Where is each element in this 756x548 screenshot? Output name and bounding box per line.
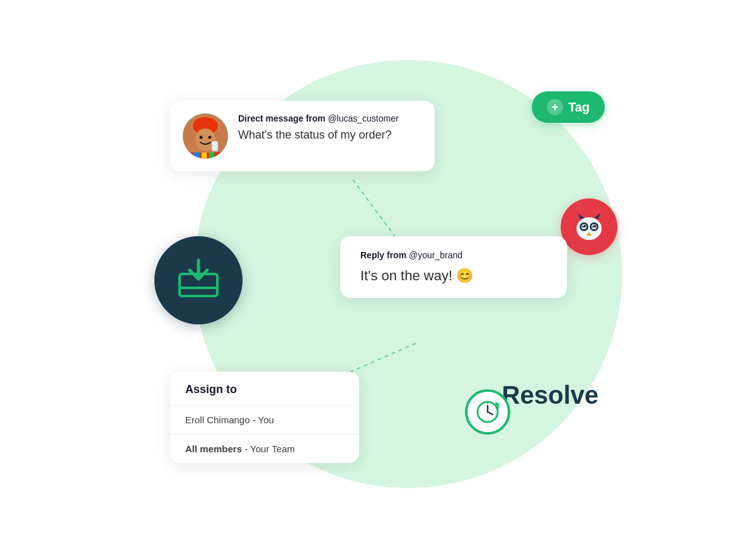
assign-row-1[interactable]: Eroll Chimango - You [170,406,359,435]
svg-point-18 [200,136,203,139]
inbox-icon-circle [154,236,243,324]
avatar [183,113,228,159]
tag-label: Tag [568,100,590,115]
svg-line-30 [488,412,493,414]
svg-point-19 [209,136,212,139]
clock-svg [475,399,500,425]
direct-message-card: Direct message from @lucas_customer What… [170,101,435,171]
clock-icon [465,389,510,435]
message-body: What's the status of my order? [238,128,399,142]
assign-row-2[interactable]: All members - Your Team [170,435,359,463]
inbox-icon [173,255,224,305]
owl-icon [570,208,608,246]
assign-row-2-rest: - Your Team [242,443,295,454]
message-content: Direct message from @lucas_customer What… [238,113,399,142]
svg-rect-22 [202,152,207,159]
tag-button[interactable]: + Tag [532,91,605,123]
assign-row-2-bold: All members [185,443,242,454]
svg-rect-24 [212,141,218,151]
reply-card: Reply from @your_brand It's on the way! … [340,236,567,298]
reply-title: Reply from @your_brand [360,250,547,260]
plus-icon: + [547,99,563,115]
message-title: Direct message from @lucas_customer [238,113,399,123]
assign-card: Assign to Eroll Chimango - You All membe… [170,372,359,463]
svg-rect-21 [194,152,199,159]
hootsuite-logo [561,198,617,255]
assign-header: Assign to [170,372,359,406]
svg-rect-23 [209,152,214,159]
resolve-label[interactable]: Resolve [502,381,598,409]
reply-body: It's on the way! 😊 [360,268,547,284]
scene: + Tag [94,28,662,520]
